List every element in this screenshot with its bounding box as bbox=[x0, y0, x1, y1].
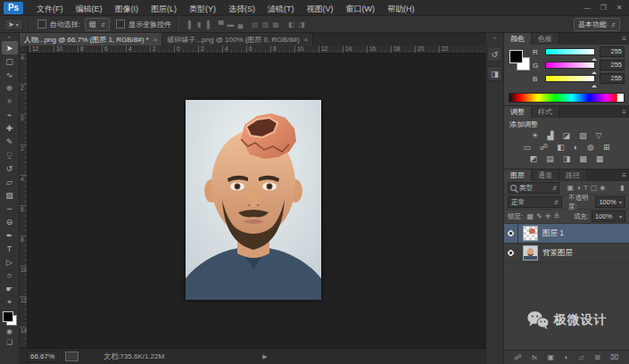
visibility-cell[interactable] bbox=[504, 244, 518, 262]
layer-name[interactable]: 图层 1 bbox=[542, 228, 564, 239]
align-icon[interactable]: ▬ bbox=[227, 21, 234, 29]
opacity-field[interactable]: 100% ▾ bbox=[595, 196, 625, 208]
menu-item[interactable]: 图像(I) bbox=[109, 4, 145, 13]
canvas-area[interactable] bbox=[28, 54, 486, 348]
eyedropper-tool[interactable]: ⌁ bbox=[2, 108, 18, 121]
quick-mask-icon[interactable]: ◉ bbox=[6, 327, 12, 337]
crop-tool[interactable]: ⌗ bbox=[2, 95, 18, 108]
layer-row-background[interactable]: 背景图层 bbox=[504, 244, 629, 263]
panel-tab-颜色[interactable]: 颜色 bbox=[504, 33, 532, 45]
menu-item[interactable]: 窗口(W) bbox=[340, 4, 382, 13]
path-select-tool[interactable]: ▷ bbox=[2, 255, 18, 269]
adjustment-icon[interactable]: ◧ bbox=[557, 144, 565, 152]
menu-item[interactable]: 文件(F) bbox=[30, 4, 70, 13]
eraser-tool[interactable]: ▱ bbox=[2, 175, 18, 188]
panel-menu-icon[interactable]: ≡ bbox=[622, 108, 626, 116]
visibility-cell[interactable] bbox=[504, 224, 518, 243]
lock-all-icon[interactable]: ≙ bbox=[554, 212, 560, 220]
new-group-icon[interactable]: ▱ bbox=[579, 353, 584, 361]
layer-row-layer1[interactable]: 图层 1 bbox=[504, 224, 629, 244]
close-tab-icon[interactable]: × bbox=[153, 36, 158, 44]
align-icon[interactable]: ◧ bbox=[288, 21, 295, 29]
channel-value[interactable]: 255 bbox=[600, 46, 625, 57]
properties-panel-icon[interactable]: ◨ bbox=[487, 66, 502, 81]
collapse-panels-icon[interactable]: « bbox=[493, 34, 496, 42]
lock-position-icon[interactable]: ✛ bbox=[545, 212, 551, 220]
align-icon[interactable]: ▀ bbox=[219, 21, 224, 29]
marquee-tool[interactable]: ▢ bbox=[2, 54, 18, 68]
shape-tool[interactable]: ○ bbox=[2, 269, 18, 282]
adjustment-icon[interactable]: ◐ bbox=[574, 144, 578, 152]
menu-item[interactable]: 编辑(E) bbox=[70, 4, 109, 13]
new-adjustment-layer-icon[interactable]: ◐ bbox=[564, 353, 568, 361]
panel-tab-调整[interactable]: 调整 bbox=[504, 106, 532, 118]
adjustment-icon[interactable]: ◩ bbox=[530, 155, 538, 163]
adjustment-icon[interactable]: ▩ bbox=[579, 155, 587, 163]
delete-layer-icon[interactable]: ⌧ bbox=[610, 353, 618, 361]
panel-menu-icon[interactable]: ≡ bbox=[622, 171, 626, 179]
adjustment-icon[interactable]: ◨ bbox=[563, 155, 571, 163]
auto-select-target-select[interactable]: 组 ⇵ bbox=[85, 18, 110, 31]
layer-thumbnail[interactable] bbox=[523, 245, 538, 261]
show-transform-checkbox[interactable] bbox=[116, 20, 125, 29]
adjustment-icon[interactable]: ☀ bbox=[532, 132, 539, 140]
adjustment-icon[interactable]: ▟ bbox=[548, 132, 554, 140]
new-layer-icon[interactable]: ⊞ bbox=[594, 353, 600, 361]
smudge-tool[interactable]: ∽ bbox=[2, 202, 18, 215]
align-icon[interactable]: ▤ bbox=[252, 21, 259, 29]
adjustment-icon[interactable]: ▤ bbox=[546, 155, 554, 163]
document-tab[interactable]: 破碎罐子...png @ 100% (图层 0, RGB/8#)× bbox=[162, 33, 313, 46]
filter-smart-icon[interactable]: ◈ bbox=[600, 184, 605, 192]
align-icon[interactable]: ◨ bbox=[298, 21, 305, 29]
align-icon[interactable]: ▮ bbox=[197, 21, 201, 29]
lock-paint-icon[interactable]: ✎ bbox=[536, 212, 542, 220]
channel-value[interactable]: 255 bbox=[600, 60, 625, 70]
zoom-tool[interactable]: ⌖ bbox=[2, 295, 18, 309]
auto-select-checkbox[interactable] bbox=[37, 20, 46, 29]
panel-tab-图层[interactable]: 图层 bbox=[504, 170, 532, 181]
align-icon[interactable]: ▄ bbox=[237, 21, 243, 29]
brush-tool[interactable]: ✎ bbox=[2, 135, 18, 148]
close-tab-icon[interactable]: × bbox=[304, 36, 309, 44]
align-icon[interactable]: ▦ bbox=[272, 21, 279, 29]
adjustment-icon[interactable]: ⊞ bbox=[603, 144, 610, 152]
quick-select-tool[interactable]: ❈ bbox=[2, 81, 18, 95]
screen-mode-icon[interactable]: ❏ bbox=[6, 337, 12, 348]
align-icon[interactable]: ▥ bbox=[262, 21, 269, 29]
fill-field[interactable]: 100% ▾ bbox=[592, 211, 625, 222]
lock-transparency-icon[interactable]: ▦ bbox=[527, 212, 534, 220]
adjustment-icon[interactable]: ▽ bbox=[596, 132, 602, 140]
history-panel-icon[interactable]: ↺ bbox=[487, 46, 502, 62]
tool-preset-picker[interactable]: ➤ ▾ bbox=[4, 19, 23, 30]
minimize-button[interactable]: — bbox=[579, 1, 595, 13]
adjustment-icon[interactable]: ☍ bbox=[540, 144, 548, 152]
panel-tab-路径[interactable]: 路径 bbox=[559, 170, 587, 181]
align-icon[interactable]: ▌ bbox=[188, 21, 194, 29]
layer-style-icon[interactable]: fx bbox=[532, 353, 537, 361]
filter-toggle-icon[interactable]: ▮ bbox=[620, 184, 624, 192]
menu-item[interactable]: 视图(V) bbox=[301, 4, 340, 13]
link-layers-icon[interactable]: ☍ bbox=[514, 353, 521, 361]
channel-slider[interactable] bbox=[545, 62, 595, 69]
workspace-select[interactable]: 基本功能 ⇵ bbox=[574, 18, 620, 31]
menu-item[interactable]: 帮助(H) bbox=[381, 4, 421, 13]
panel-menu-icon[interactable]: ≡ bbox=[622, 35, 626, 43]
align-icon[interactable]: ▐ bbox=[204, 21, 210, 29]
add-mask-icon[interactable]: ▣ bbox=[548, 353, 555, 361]
lasso-tool[interactable]: ∿ bbox=[2, 68, 18, 81]
gradient-tool[interactable]: ▨ bbox=[2, 188, 18, 202]
menu-item[interactable]: 图层(L) bbox=[145, 4, 183, 13]
move-tool[interactable]: ➤ bbox=[2, 41, 18, 54]
adjustment-icon[interactable]: ▨ bbox=[579, 132, 587, 140]
adjustment-icon[interactable]: ◍ bbox=[587, 144, 594, 152]
layer-thumbnail[interactable] bbox=[523, 226, 538, 241]
menu-item[interactable]: 类型(Y) bbox=[183, 4, 222, 13]
filter-pixel-icon[interactable]: ▣ bbox=[567, 184, 575, 192]
adjustment-icon[interactable]: ▭ bbox=[524, 144, 532, 152]
menu-item[interactable]: 选择(S) bbox=[222, 4, 261, 13]
healing-brush-tool[interactable]: ✚ bbox=[2, 121, 18, 135]
filter-adjustment-icon[interactable]: ◑ bbox=[576, 184, 581, 192]
panel-tab-色板[interactable]: 色板 bbox=[532, 33, 559, 45]
close-button[interactable]: ✕ bbox=[611, 1, 627, 13]
panel-tab-通道[interactable]: 通道 bbox=[532, 170, 559, 181]
